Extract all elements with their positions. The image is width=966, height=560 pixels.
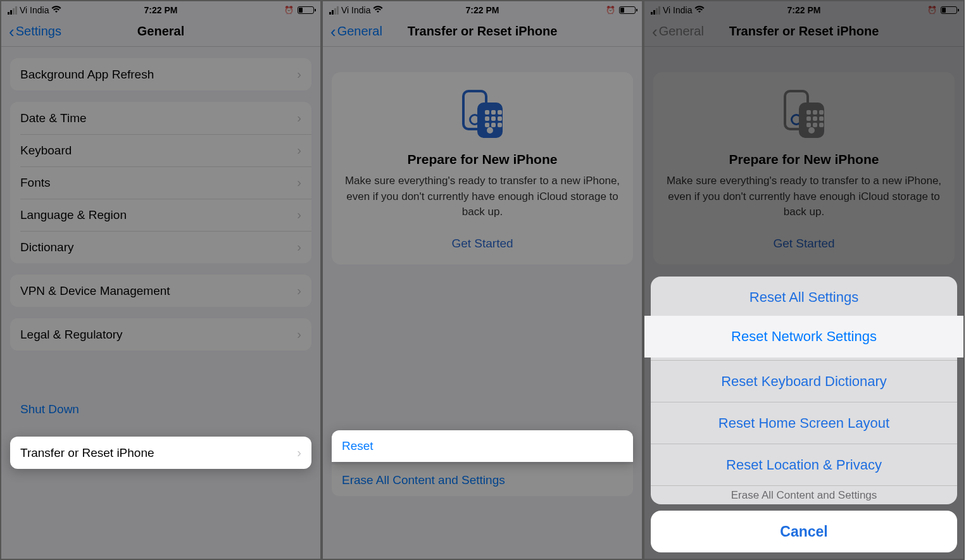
battery-icon	[941, 6, 957, 14]
chevron-right-icon: ›	[297, 111, 301, 125]
row-shut-down[interactable]: Shut Down	[10, 394, 311, 425]
row-background-app-refresh[interactable]: Background App Refresh›	[10, 58, 311, 90]
sheet-reset-all-settings[interactable]: Reset All Settings	[651, 277, 957, 318]
transfer-icon	[779, 89, 829, 139]
chevron-right-icon: ›	[297, 240, 301, 254]
status-time: 7:22 PM	[644, 5, 963, 15]
erase-row[interactable]: Erase All Content and Settings	[332, 464, 633, 496]
page-title: Transfer or Reset iPhone	[644, 24, 963, 39]
row-reset[interactable]: Reset	[332, 430, 633, 462]
sheet-reset-home-screen-layout[interactable]: Reset Home Screen Layout	[651, 402, 957, 444]
sheet-reset-keyboard-dictionary[interactable]: Reset Keyboard Dictionary	[651, 360, 957, 402]
chevron-right-icon: ›	[297, 327, 301, 342]
sheet-reset-network-settings[interactable]: Reset Network Settings	[644, 316, 963, 358]
battery-icon	[298, 6, 314, 14]
page-title: General	[1, 24, 320, 39]
chevron-right-icon: ›	[297, 143, 301, 158]
chevron-right-icon: ›	[297, 67, 301, 82]
row-legal-regulatory[interactable]: Legal & Regulatory›	[10, 318, 311, 351]
screen-transfer-reset: Vi India 7:22 PM ⏰ ‹ General Transfer or…	[322, 0, 643, 560]
prepare-card: Prepare for New iPhone Make sure everyth…	[332, 72, 633, 264]
card-body: Make sure everything's ready to transfer…	[344, 173, 620, 220]
nav-bar: ‹ General Transfer or Reset iPhone	[323, 16, 642, 47]
status-time: 7:22 PM	[323, 5, 642, 15]
sheet-options: Reset All Settings x Reset Keyboard Dict…	[651, 277, 957, 504]
chevron-right-icon: ›	[297, 175, 301, 190]
sheet-cancel-button[interactable]: Cancel	[651, 511, 957, 552]
status-bar: Vi India 7:22 PM ⏰	[644, 1, 963, 16]
transfer-icon	[457, 89, 508, 139]
status-time: 7:22 PM	[1, 5, 320, 15]
row-keyboard[interactable]: Keyboard›	[10, 134, 311, 166]
battery-icon	[619, 6, 636, 14]
row-vpn-device-management[interactable]: VPN & Device Management›	[10, 275, 311, 307]
page-title: Transfer or Reset iPhone	[323, 24, 642, 39]
row-transfer-reset-iphone[interactable]: Transfer or Reset iPhone ›	[10, 437, 311, 469]
screen-general: Vi India 7:22 PM ⏰ ‹ Settings General Ba…	[0, 0, 322, 560]
get-started-link[interactable]: Get Started	[666, 237, 942, 251]
row-fonts[interactable]: Fonts›	[10, 166, 311, 199]
card-title: Prepare for New iPhone	[666, 152, 942, 167]
screen-reset-sheet: Vi India 7:22 PM ⏰ ‹ General Transfer or…	[643, 0, 965, 560]
status-bar: Vi India 7:22 PM ⏰	[1, 1, 320, 16]
nav-bar: ‹ General Transfer or Reset iPhone	[644, 16, 963, 47]
status-bar: Vi India 7:22 PM ⏰	[323, 1, 642, 16]
card-title: Prepare for New iPhone	[344, 152, 620, 167]
sheet-reset-location-privacy[interactable]: Reset Location & Privacy	[651, 444, 957, 485]
prepare-card: Prepare for New iPhone Make sure everyth…	[653, 72, 955, 264]
row-language-region[interactable]: Language & Region›	[10, 199, 311, 231]
sheet-erase-bg: Erase All Content and Settings	[651, 485, 957, 504]
chevron-right-icon: ›	[297, 283, 301, 298]
card-body: Make sure everything's ready to transfer…	[666, 173, 942, 220]
nav-bar: ‹ Settings General	[1, 16, 320, 47]
settings-list: Background App Refresh› Date & Time› Key…	[1, 58, 320, 425]
row-date-time[interactable]: Date & Time›	[10, 102, 311, 134]
row-dictionary[interactable]: Dictionary›	[10, 231, 311, 263]
chevron-right-icon: ›	[297, 208, 301, 222]
get-started-link[interactable]: Get Started	[344, 237, 620, 251]
chevron-right-icon: ›	[297, 445, 301, 460]
